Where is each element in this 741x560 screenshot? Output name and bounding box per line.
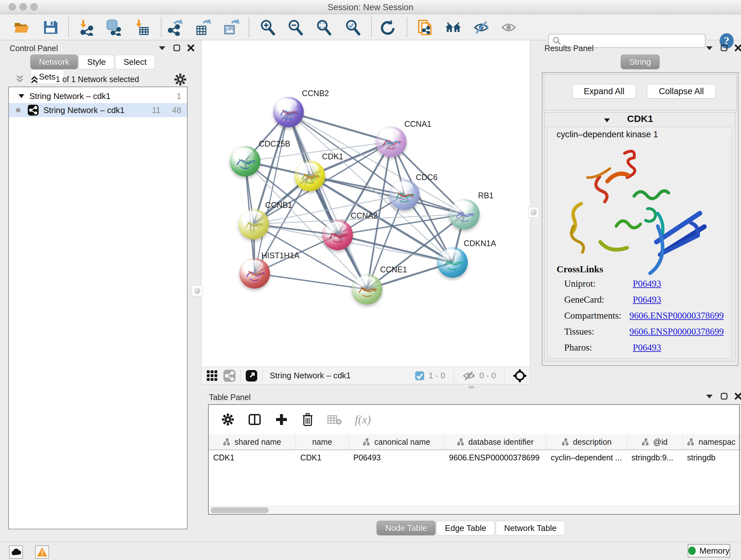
tab-node-table[interactable]: Node Table xyxy=(377,521,435,536)
right-splitter-handle[interactable] xyxy=(528,207,539,218)
table-cell[interactable]: stringdb xyxy=(683,450,740,465)
import-network-database-icon[interactable] xyxy=(105,19,122,36)
collapse-all-networks-icon[interactable] xyxy=(14,74,25,85)
network-collection-row[interactable]: String Network – cdk1 1 xyxy=(9,89,187,103)
column-header-database-identifier[interactable]: database identifier xyxy=(445,434,546,449)
hidden-eye-icon[interactable] xyxy=(462,370,475,381)
close-panel-icon[interactable] xyxy=(187,44,194,51)
crosslink-value-link[interactable]: P06493 xyxy=(633,294,661,305)
tab-network[interactable]: Network xyxy=(30,55,78,69)
table-cell[interactable]: CDK1 xyxy=(209,450,296,465)
network-options-gear-icon[interactable] xyxy=(174,73,187,87)
show-all-eye-icon[interactable] xyxy=(500,19,517,36)
network-node-hist1h1a[interactable] xyxy=(239,258,270,289)
collapse-panel-icon[interactable] xyxy=(705,45,714,51)
column-header-name[interactable]: name xyxy=(296,434,349,449)
zoom-fit-icon[interactable] xyxy=(315,19,333,36)
network-node-ccna1[interactable] xyxy=(376,126,407,157)
add-column-icon[interactable] xyxy=(274,413,288,427)
selected-nodes-checkbox-icon[interactable] xyxy=(414,371,425,381)
tab-edge-table[interactable]: Edge Table xyxy=(436,521,495,536)
import-network-file-icon[interactable] xyxy=(77,19,95,36)
column-header--id[interactable]: @id xyxy=(627,434,683,449)
open-session-icon[interactable] xyxy=(13,19,30,36)
crosslink-value-link[interactable]: P06493 xyxy=(633,278,661,289)
memory-button[interactable]: Memory xyxy=(688,544,730,557)
table-row[interactable]: CDK1CDK1P064939606.ENSP00000378699cyclin… xyxy=(209,450,739,465)
network-node-cdk1[interactable] xyxy=(294,161,325,191)
expand-all-button[interactable]: Expand All xyxy=(572,84,636,99)
export-network-icon[interactable] xyxy=(167,19,184,36)
tab-select[interactable]: Select xyxy=(115,55,155,69)
crosslink-row: Compartments:9606.ENSP00000378699 xyxy=(564,310,724,321)
network-node-cdc25b[interactable] xyxy=(230,146,260,177)
zoom-in-icon[interactable] xyxy=(259,19,276,36)
entry-detail: cyclin–dependent kinase 1 xyxy=(547,127,732,359)
zoom-selected-icon[interactable] xyxy=(344,19,361,36)
bottom-splitter-handle[interactable] xyxy=(468,386,474,388)
tab-string[interactable]: String xyxy=(621,55,660,69)
network-view-title: String Network – cdk1 xyxy=(270,371,351,381)
refresh-view-icon[interactable] xyxy=(379,19,396,36)
float-panel-icon[interactable] xyxy=(721,393,728,400)
network-node-ccnb1[interactable] xyxy=(239,209,269,240)
table-cell[interactable]: 9606.ENSP00000378699 xyxy=(445,450,546,465)
tab-style[interactable]: Style xyxy=(78,55,114,69)
import-table-file-icon[interactable] xyxy=(133,19,150,36)
network-node-rb1[interactable] xyxy=(449,199,480,230)
export-table-icon[interactable] xyxy=(195,19,212,36)
export-image-icon[interactable] xyxy=(222,19,240,36)
network-row-selected[interactable]: String Network – cdk1 11 48 xyxy=(9,103,187,117)
network-node-ccna2[interactable] xyxy=(322,220,353,250)
network-node-ccnb2[interactable] xyxy=(273,97,304,127)
table-settings-gear-icon[interactable] xyxy=(221,413,235,427)
grid-view-icon[interactable] xyxy=(206,369,219,382)
column-header-canonical-name[interactable]: canonical name xyxy=(349,434,445,449)
crosslink-value-link[interactable]: P06493 xyxy=(633,342,661,353)
table-cell[interactable]: P06493 xyxy=(349,450,445,465)
left-splitter-handle[interactable] xyxy=(192,286,203,296)
cloud-status-button[interactable] xyxy=(9,545,23,559)
crosslink-label: GeneCard: xyxy=(564,294,633,305)
network-node-ccne1[interactable] xyxy=(352,274,382,305)
zoom-out-icon[interactable] xyxy=(287,19,304,36)
table-cell[interactable]: stringdb:9... xyxy=(627,450,683,465)
entry-expander-icon[interactable] xyxy=(603,118,610,123)
crosslink-value-link[interactable]: 9606.ENSP00000378699 xyxy=(629,310,724,321)
detach-view-icon[interactable] xyxy=(245,369,258,382)
scrollbar-thumb[interactable] xyxy=(211,507,269,513)
show-columns-icon[interactable] xyxy=(248,413,262,427)
delete-column-icon[interactable] xyxy=(301,413,314,427)
protein-thumbnail xyxy=(352,274,382,305)
toolbar-separator xyxy=(68,17,69,37)
collapse-all-button[interactable]: Collapse All xyxy=(647,84,716,99)
collapse-panel-icon[interactable] xyxy=(158,45,166,51)
first-neighbors-icon[interactable] xyxy=(445,19,462,36)
column-header-description[interactable]: description xyxy=(546,434,627,449)
collapse-panel-icon[interactable] xyxy=(705,393,714,399)
table-cell[interactable]: CDK1 xyxy=(296,450,349,465)
float-panel-icon[interactable] xyxy=(721,44,728,51)
clone-network-icon[interactable] xyxy=(416,19,434,36)
tree-expander-icon[interactable] xyxy=(18,94,25,99)
save-session-icon[interactable] xyxy=(42,19,59,36)
close-panel-icon[interactable] xyxy=(735,44,741,51)
crosslink-value-link[interactable]: 9606.ENSP00000378699 xyxy=(629,326,724,337)
column-label: canonical name xyxy=(374,437,430,447)
column-header-namespac[interactable]: namespac xyxy=(683,434,740,449)
warning-status-button[interactable] xyxy=(35,545,49,559)
column-header-shared-name[interactable]: shared name xyxy=(209,434,296,449)
close-panel-icon[interactable] xyxy=(735,393,741,400)
birds-eye-crosshair-icon[interactable] xyxy=(513,369,527,383)
network-node-cdc6[interactable] xyxy=(389,179,420,210)
network-node-cdkn1a[interactable] xyxy=(437,247,468,278)
expand-all-networks-icon[interactable] xyxy=(29,74,40,85)
hide-selected-eye-icon[interactable] xyxy=(473,19,490,36)
network-share-view-icon[interactable] xyxy=(223,369,236,382)
table-horizontal-scrollbar[interactable] xyxy=(209,506,739,514)
tab-network-table[interactable]: Network Table xyxy=(495,521,565,536)
table-cell[interactable]: cyclin–dependent ... xyxy=(546,450,627,465)
network-view-toolbar: String Network – cdk1 1 - 0 0 - 0 xyxy=(201,367,530,384)
float-panel-icon[interactable] xyxy=(173,44,180,51)
network-canvas[interactable]: CCNB2 CCNA1 CDC25B CDK1 CDC6 xyxy=(201,40,530,367)
